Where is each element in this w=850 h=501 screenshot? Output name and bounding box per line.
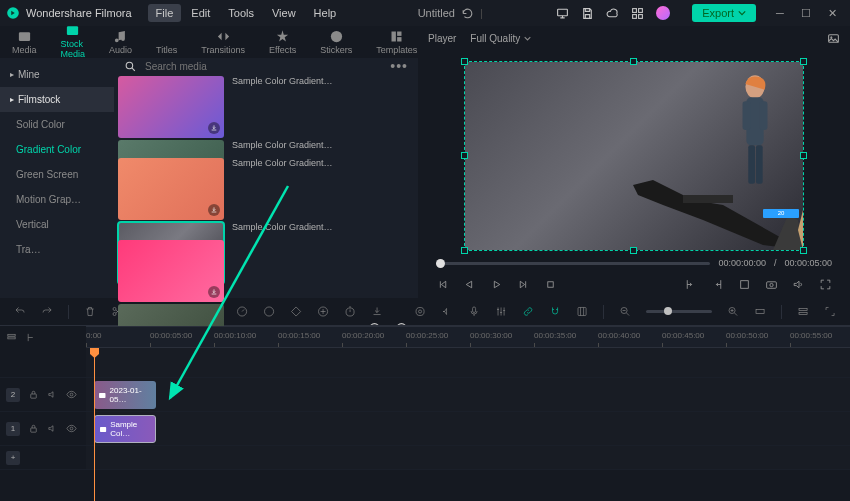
fit-icon[interactable] [754,305,766,318]
media-thumb[interactable] [118,158,224,220]
resize-handle[interactable] [800,58,807,65]
visibility-icon[interactable] [66,423,77,434]
visibility-icon[interactable] [66,389,77,400]
menu-tools[interactable]: Tools [220,4,262,22]
stop-icon[interactable] [544,278,557,291]
zoom-head[interactable] [664,307,672,315]
resize-handle[interactable] [461,58,468,65]
sidebar-green-screen[interactable]: Green Screen [0,162,114,187]
download-icon[interactable] [208,286,220,298]
download-tl-icon[interactable] [371,305,383,318]
tab-transitions[interactable]: Transitions [199,26,247,58]
tracks-icon[interactable] [6,332,17,343]
mute-icon[interactable] [47,389,58,400]
track-lane[interactable] [86,446,850,469]
lock-icon[interactable] [28,423,39,434]
tab-templates[interactable]: Templates [374,26,419,58]
seek-head[interactable] [436,259,445,268]
menu-help[interactable]: Help [306,4,345,22]
keyframe-icon[interactable] [290,305,302,318]
download-icon[interactable] [208,122,220,134]
maximize-button[interactable]: ☐ [794,4,818,22]
sidebar-motion-graphics[interactable]: Motion Grap… [0,187,114,212]
video-clip[interactable]: 2023-01-05… [94,381,156,409]
refresh-icon[interactable] [461,7,474,20]
mute-icon[interactable] [47,423,58,434]
crop-icon[interactable] [738,278,751,291]
quality-dropdown[interactable]: Full Quality [470,33,531,44]
track-lane[interactable]: 2023-01-05… [86,378,850,411]
track-lane[interactable]: Sample Col… [86,412,850,445]
mixer-icon[interactable] [495,305,507,318]
preview-canvas[interactable]: 20 [464,61,804,251]
sidebar-filmstock[interactable]: Filmstock [0,87,114,112]
resize-handle[interactable] [630,58,637,65]
play-reverse-icon[interactable] [463,278,476,291]
resize-handle[interactable] [630,247,637,254]
track-lane[interactable] [86,348,850,377]
target-icon[interactable] [414,305,426,318]
menu-view[interactable]: View [264,4,304,22]
tab-media[interactable]: Media [10,26,39,58]
snapshot-icon[interactable] [765,278,778,291]
group-icon[interactable] [576,305,588,318]
speed-icon[interactable] [236,305,248,318]
expand-icon[interactable] [824,305,836,318]
sidebar-gradient-color[interactable]: Gradient Color [0,137,114,162]
seek-bar[interactable] [436,262,710,265]
tab-audio[interactable]: Audio [107,26,134,58]
tab-effects[interactable]: Effects [267,26,298,58]
delete-icon[interactable] [84,305,96,318]
timer-icon[interactable] [344,305,356,318]
export-button[interactable]: Export [692,4,756,22]
play-icon[interactable] [490,278,503,291]
media-thumb[interactable] [118,240,224,302]
link-icon[interactable] [522,305,534,318]
resize-handle[interactable] [800,247,807,254]
resize-handle[interactable] [800,152,807,159]
time-ruler[interactable]: 0:0000:00:05:0000:00:10:0000:00:15:0000:… [86,326,850,348]
next-frame-icon[interactable] [517,278,530,291]
sidebar-transitions[interactable]: Tra… [0,237,114,262]
mark-in-icon[interactable] [684,278,697,291]
add-track-button[interactable]: + [6,451,20,465]
minimize-button[interactable]: ─ [768,4,792,22]
resize-handle[interactable] [461,247,468,254]
tab-stickers[interactable]: Stickers [318,26,354,58]
monitor-icon[interactable] [556,7,569,20]
collapse-icon[interactable] [25,332,36,343]
mic-icon[interactable] [468,305,480,318]
prev-frame-icon[interactable] [436,278,449,291]
sample-clip[interactable]: Sample Col… [94,415,156,443]
magnet-icon[interactable] [549,305,561,318]
lock-icon[interactable] [28,389,39,400]
undo-icon[interactable] [14,305,26,318]
search-input[interactable] [145,61,382,72]
cloud-icon[interactable] [606,7,619,20]
menu-edit[interactable]: Edit [183,4,218,22]
tab-titles[interactable]: Titles [154,26,179,58]
mark-out-icon[interactable] [711,278,724,291]
image-icon[interactable] [827,32,840,45]
download-icon[interactable] [208,204,220,216]
menu-file[interactable]: File [148,4,182,22]
zoom-slider[interactable] [646,310,711,313]
close-button[interactable]: ✕ [820,4,844,22]
resize-handle[interactable] [461,152,468,159]
more-icon[interactable]: ••• [390,58,408,74]
avatar[interactable] [656,6,670,20]
view-icon[interactable] [797,305,809,318]
zoom-in-icon[interactable] [727,305,739,318]
adjust-icon[interactable] [317,305,329,318]
sidebar-vertical[interactable]: Vertical [0,212,114,237]
search-icon[interactable] [124,60,137,73]
sidebar-mine[interactable]: Mine [0,62,114,87]
save-icon[interactable] [581,7,594,20]
grid-icon[interactable] [631,7,644,20]
color-icon[interactable] [263,305,275,318]
fullscreen-icon[interactable] [819,278,832,291]
media-thumb[interactable] [118,76,224,138]
audio-track-icon[interactable] [441,305,453,318]
zoom-out-icon[interactable] [619,305,631,318]
redo-icon[interactable] [41,305,53,318]
